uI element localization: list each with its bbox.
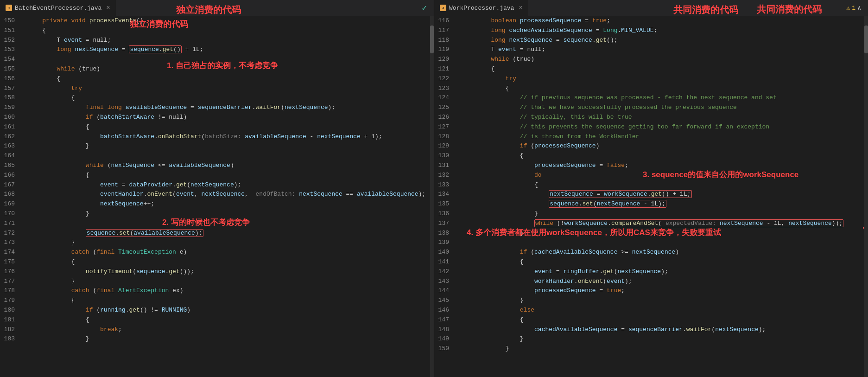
rln-139: 139 [434, 238, 454, 248]
code-line-174: catch (final TimeoutException e) [28, 248, 430, 257]
right-code-lines: 116 117 118 119 120 121 122 123 124 125 … [434, 16, 864, 377]
rln-142: 142 [434, 267, 454, 277]
code-line-152: T event = null; [28, 36, 430, 45]
rcode-142: event = ringBuffer.get(nextSequence); [462, 267, 864, 277]
code-line-159: final long availableSequence = sequenceB… [28, 103, 430, 113]
rln-136: 136 [434, 209, 454, 219]
ln-155: 155 [0, 64, 19, 74]
code-line-176: notifyTimeout(sequence.get()); [28, 267, 430, 277]
rcode-124: // if previous sequence was processed - … [462, 93, 864, 103]
ln-161: 161 [0, 122, 19, 132]
rcode-125: // that we have successfully processed t… [462, 103, 864, 113]
right-scrollbar-thumb[interactable] [864, 26, 868, 53]
code-line-151: { [28, 26, 430, 36]
right-tab-close[interactable]: × [519, 4, 522, 12]
rln-133: 133 [434, 180, 454, 190]
ln-178: 178 [0, 286, 19, 296]
ln-151: 151 [0, 26, 19, 36]
rln-122: 122 [434, 74, 454, 84]
ln-181: 181 [0, 315, 19, 325]
ln-172: 172 [0, 229, 19, 238]
ln-150: 150 [0, 16, 19, 26]
code-line-173: } [28, 238, 430, 248]
rcode-138: } [462, 229, 864, 238]
right-line-numbers: 116 117 118 119 120 121 122 123 124 125 … [434, 16, 454, 377]
ln-173: 173 [0, 238, 19, 248]
ln-153: 153 [0, 45, 19, 55]
rln-124: 124 [434, 93, 454, 103]
ln-164: 164 [0, 151, 19, 161]
rln-129: 129 [434, 141, 454, 151]
warning-area: ⚠ 1 ∧ [847, 4, 861, 12]
code-line-182: break; [28, 325, 430, 335]
ln-175: 175 [0, 257, 19, 267]
left-code-area: 1. 自己独占的实例，不考虑竞争 2. 写的时候也不考虑竞争 private v… [28, 16, 430, 377]
ln-180: 180 [0, 306, 19, 315]
rcode-121: { [462, 64, 864, 74]
left-line-numbers: 150 151 152 153 154 155 156 157 158 159 … [0, 16, 19, 377]
java-file-icon: J [6, 5, 12, 11]
left-scrollbar-thumb[interactable] [430, 26, 434, 53]
rcode-145: } [462, 296, 864, 306]
left-scrollbar[interactable] [430, 16, 434, 377]
rcode-146: else [462, 306, 864, 315]
code-line-172: sequence.set(availableSequence); [28, 229, 430, 238]
ln-152: 152 [0, 36, 19, 45]
ln-168: 168 [0, 190, 19, 199]
left-gutter [19, 16, 28, 377]
rln-135: 135 [434, 199, 454, 209]
rcode-123: { [462, 84, 864, 94]
ln-163: 163 [0, 141, 19, 151]
right-tab-label: WorkProcessor.java [449, 5, 514, 12]
rln-146: 146 [434, 306, 454, 315]
rln-126: 126 [434, 113, 454, 122]
code-line-162: batchStartAware.onBatchStart(batchSize: … [28, 132, 430, 142]
rln-134: 134 [434, 190, 454, 199]
code-line-157: try [28, 84, 430, 94]
code-line-180: if (running.get() != RUNNING) [28, 306, 430, 315]
ln-177: 177 [0, 277, 19, 287]
code-line-183: } [28, 334, 430, 344]
code-line-161: { [28, 122, 430, 132]
main-container: 独立消费的代码 J BatchEventProcessor.java × ✓ 独… [0, 0, 868, 377]
code-line-156: { [28, 74, 430, 84]
left-editor-tab[interactable]: J BatchEventProcessor.java × [0, 0, 116, 16]
left-tab-close[interactable]: × [106, 4, 110, 12]
ln-179: 179 [0, 296, 19, 306]
ln-157: 157 [0, 84, 19, 94]
rcode-141: { [462, 257, 864, 267]
rln-119: 119 [434, 45, 454, 55]
code-line-155: while (true) [28, 64, 430, 74]
right-gutter [454, 16, 462, 377]
rln-131: 131 [434, 161, 454, 171]
code-line-171 [28, 219, 430, 229]
ln-167: 167 [0, 180, 19, 190]
code-line-163: } [28, 141, 430, 151]
code-line-181: { [28, 315, 430, 325]
rcode-149: } [462, 334, 864, 344]
rcode-120: while (true) [462, 55, 864, 64]
ln-154: 154 [0, 55, 19, 64]
ln-166: 166 [0, 171, 19, 180]
rcode-126: // typically, this will be true [462, 113, 864, 122]
ln-159: 159 [0, 103, 19, 113]
right-editor-tab[interactable]: J WorkProcessor.java × [434, 0, 528, 16]
expand-icon[interactable]: ∧ [857, 4, 861, 12]
rcode-133: { [462, 180, 864, 190]
rcode-130: { [462, 151, 864, 161]
code-line-179: { [28, 296, 430, 306]
rcode-148: cachedAvailableSequence = sequenceBarrie… [462, 325, 864, 335]
right-code-area: 3. sequence的值来自公用的workSequence 4. 多个消费者都… [462, 16, 864, 377]
error-marker [863, 227, 864, 229]
warning-icon: ⚠ [847, 4, 850, 12]
code-line-169: nextSequence++; [28, 199, 430, 209]
right-scrollbar[interactable] [864, 16, 868, 377]
rln-147: 147 [434, 315, 454, 325]
ln-176: 176 [0, 267, 19, 277]
code-line-175: { [28, 257, 430, 267]
rln-141: 141 [434, 257, 454, 267]
rln-117: 117 [434, 26, 454, 36]
code-line-150: private void processEvents() [28, 16, 430, 26]
ln-160: 160 [0, 113, 19, 122]
ln-171: 171 [0, 219, 19, 229]
